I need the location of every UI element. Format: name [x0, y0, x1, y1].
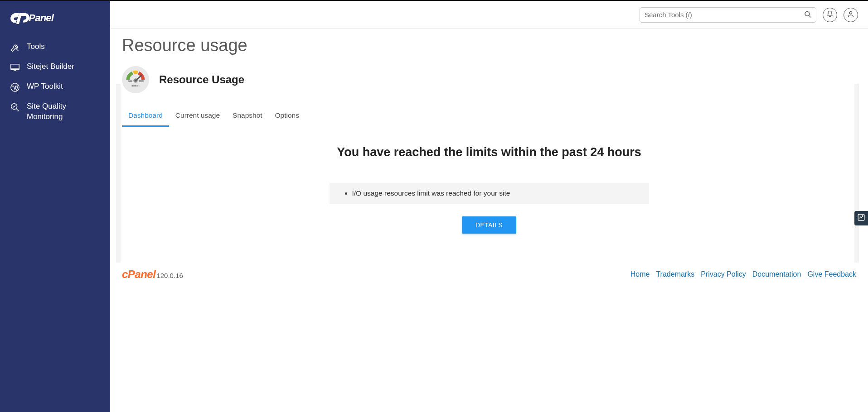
footer-left: cPanel 120.0.16: [122, 268, 183, 281]
gauge-icon: MIN MAX: [122, 66, 149, 93]
floating-stats-tab[interactable]: [854, 211, 868, 225]
alert-box: I/O usage resources limit was reached fo…: [330, 183, 649, 204]
page-title: Resource usage: [110, 34, 868, 66]
content-area: Resource usage MIN MAX R: [110, 29, 868, 412]
tabs: Dashboard Current usage Snapshot Options: [122, 107, 856, 127]
svg-point-4: [805, 11, 810, 16]
magnify-check-icon: [10, 102, 20, 112]
footer-link-documentation[interactable]: Documentation: [752, 270, 801, 278]
sidebar-item-label: Site Quality Monitoring: [27, 101, 100, 122]
footer-link-privacy[interactable]: Privacy Policy: [701, 270, 746, 278]
sidebar-item-label: WP Toolkit: [27, 81, 63, 92]
notifications-button[interactable]: [823, 8, 837, 22]
search-wrap: [640, 7, 816, 23]
svg-text:MAX: MAX: [139, 80, 144, 82]
footer-link-trademarks[interactable]: Trademarks: [656, 270, 694, 278]
bell-icon: [826, 10, 834, 19]
footer-link-feedback[interactable]: Give Feedback: [807, 270, 856, 278]
tab-options[interactable]: Options: [269, 107, 305, 127]
topbar: [110, 1, 868, 29]
chart-up-icon: [857, 213, 865, 223]
svg-text:MIN: MIN: [128, 80, 132, 82]
sidebar-item-tools[interactable]: Tools: [0, 37, 110, 57]
svg-text:Panel: Panel: [29, 12, 54, 24]
account-button[interactable]: [844, 8, 858, 22]
svg-rect-1: [11, 64, 19, 70]
footer-link-home[interactable]: Home: [630, 270, 650, 278]
sidebar-item-wptoolkit[interactable]: WP Toolkit: [0, 77, 110, 97]
sidebar: Panel Tools Sitejet Builder: [0, 1, 110, 412]
cpanel-logo[interactable]: Panel: [0, 11, 110, 37]
resource-usage-panel: MIN MAX Resource Usage Dashboard Current…: [110, 66, 868, 261]
limits-headline: You have reached the limits within the p…: [337, 145, 641, 159]
panel-header: MIN MAX Resource Usage: [122, 66, 856, 107]
version-text: 120.0.16: [156, 272, 183, 279]
svg-rect-13: [137, 85, 138, 86]
tools-icon: [10, 43, 20, 53]
sidebar-item-label: Sitejet Builder: [27, 62, 74, 72]
user-icon: [847, 10, 854, 19]
svg-rect-12: [135, 85, 136, 86]
alert-item: I/O usage resources limit was reached fo…: [352, 189, 640, 197]
search-button[interactable]: [802, 8, 814, 21]
svg-rect-11: [133, 85, 135, 86]
cpanel-footer-logo[interactable]: cPanel: [122, 268, 155, 281]
search-icon: [804, 13, 812, 19]
tab-snapshot[interactable]: Snapshot: [226, 107, 269, 127]
sidebar-item-sitequality[interactable]: Site Quality Monitoring: [0, 97, 110, 127]
wordpress-icon: [10, 82, 20, 92]
search-input[interactable]: [640, 7, 816, 23]
footer: cPanel 120.0.16 Home Trademarks Privacy …: [110, 261, 868, 290]
sidebar-item-sitejet[interactable]: Sitejet Builder: [0, 57, 110, 77]
tab-dashboard[interactable]: Dashboard: [122, 107, 169, 127]
svg-rect-10: [132, 85, 133, 86]
monitor-icon: [10, 62, 20, 72]
panel-title: Resource Usage: [159, 73, 244, 86]
sidebar-item-label: Tools: [27, 42, 45, 52]
tab-body: You have reached the limits within the p…: [122, 127, 856, 261]
footer-links: Home Trademarks Privacy Policy Documenta…: [630, 270, 856, 278]
svg-point-5: [849, 12, 852, 14]
tab-current-usage[interactable]: Current usage: [169, 107, 226, 127]
details-button[interactable]: DETAILS: [462, 216, 516, 234]
main-column: Resource usage MIN MAX R: [110, 1, 868, 412]
